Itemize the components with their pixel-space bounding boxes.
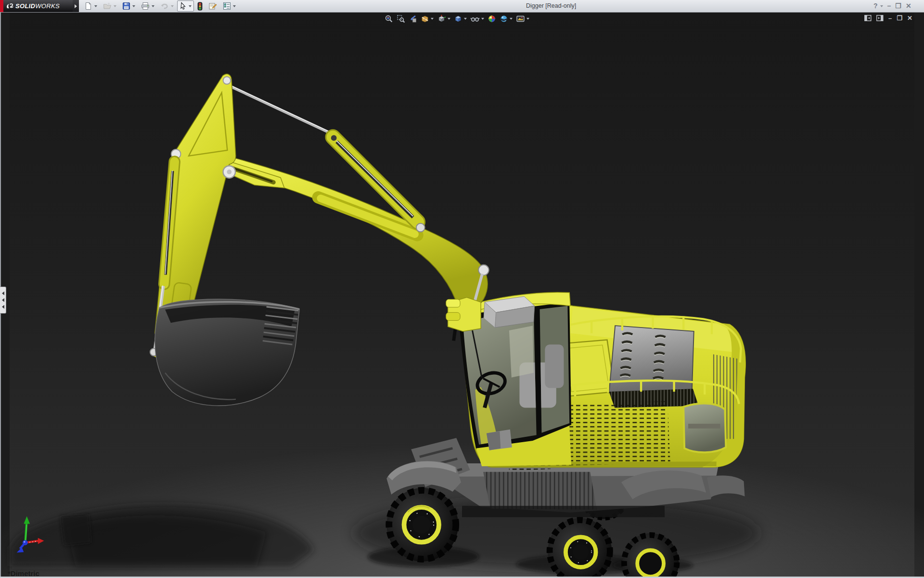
flyout-arrow-icon: [75, 4, 77, 8]
dropdown-caret[interactable]: [114, 5, 116, 7]
feature-panel-collapse-tab[interactable]: [0, 287, 6, 314]
undo-button[interactable]: [158, 0, 176, 12]
muffler: [484, 296, 535, 328]
display-style-button[interactable]: [454, 14, 467, 23]
new-document-button[interactable]: [82, 0, 100, 12]
solidworks-logo[interactable]: SOLIDWORKS: [3, 0, 73, 12]
document-window-controls: – ❐ ✕: [864, 14, 912, 22]
dropdown-caret[interactable]: [481, 18, 484, 20]
zoom-to-fit-button[interactable]: [385, 14, 393, 23]
brand-accent-strip: [0, 0, 3, 12]
close-button[interactable]: ✕: [906, 0, 911, 12]
dropdown-caret[interactable]: [233, 5, 236, 7]
dropdown-caret[interactable]: [171, 5, 174, 7]
main-toolbar: [82, 0, 239, 12]
pane-expand-right-icon[interactable]: [876, 15, 884, 21]
open-folder-icon: [103, 2, 112, 10]
hide-show-items-glasses-icon: [470, 14, 480, 23]
solidworks-logo-mark: [6, 2, 14, 10]
print-button[interactable]: [139, 0, 157, 12]
dropdown-caret[interactable]: [448, 18, 450, 20]
collapse-arrow-icon: [2, 305, 4, 309]
titlebar: SOLIDWORKS: [0, 0, 924, 13]
rebuild-traffic-light-icon: [197, 2, 203, 11]
previous-view-button[interactable]: [409, 14, 417, 23]
dropdown-caret[interactable]: [132, 5, 135, 7]
save-button[interactable]: [120, 0, 138, 12]
window-controls: ? – ❐ ✕: [873, 0, 911, 12]
scene-3d-model[interactable]: [0, 12, 924, 578]
view-orientation-button[interactable]: [437, 14, 450, 23]
help-dropdown-caret[interactable]: [880, 5, 883, 7]
hide-show-items-button[interactable]: [470, 14, 484, 23]
dipper-apex-pin: [223, 77, 231, 84]
section-view-icon: [421, 14, 429, 23]
solidworks-window: { "window": { "title": "Digger [Read-onl…: [0, 0, 924, 578]
front-left-wheel: [386, 488, 458, 562]
print-icon: [141, 2, 150, 10]
open-button[interactable]: [101, 0, 119, 12]
previous-view-icon: [409, 14, 417, 23]
zoom-to-area-icon: [397, 14, 405, 23]
minimize-button[interactable]: –: [887, 0, 891, 12]
rebuild-button[interactable]: [195, 0, 205, 12]
zoom-to-area-button[interactable]: [397, 14, 405, 23]
doc-restore-button[interactable]: ❐: [897, 14, 902, 22]
undo-icon: [160, 2, 169, 10]
collapse-arrow-icon: [2, 291, 4, 295]
apply-scene-icon: [500, 14, 508, 23]
view-settings-button[interactable]: [516, 14, 529, 23]
dropdown-caret[interactable]: [152, 5, 154, 7]
dropdown-caret[interactable]: [464, 18, 467, 20]
graphics-viewport[interactable]: – ❐ ✕ *Dimetric: [0, 12, 924, 578]
edit-appearance-beachball-icon: [488, 14, 496, 23]
heads-up-view-toolbar: [385, 14, 529, 23]
boom-bracket: [446, 297, 481, 331]
select-cursor-icon: [180, 2, 187, 10]
doc-minimize-button[interactable]: –: [888, 14, 892, 22]
new-document-icon: [84, 2, 92, 10]
file-properties-icon: [208, 2, 217, 10]
options-button[interactable]: [220, 0, 238, 12]
apply-scene-button[interactable]: [500, 14, 513, 23]
solidworks-wordmark: SOLIDWORKS: [15, 2, 60, 10]
collapse-arrow-icon: [2, 298, 4, 302]
view-settings-icon: [516, 14, 525, 23]
pane-expand-left-icon[interactable]: [864, 15, 872, 21]
boom-elbow-pin: [478, 265, 489, 276]
window-title: Digger [Read-only]: [526, 2, 576, 9]
save-floppy-icon: [122, 2, 130, 10]
section-view-button[interactable]: [421, 14, 434, 23]
edit-appearance-button[interactable]: [488, 14, 496, 23]
menu-flyout-arrow[interactable]: [73, 0, 79, 12]
view-orientation-icon: [437, 14, 446, 23]
dropdown-caret[interactable]: [510, 18, 513, 20]
dropdown-caret[interactable]: [94, 5, 97, 7]
file-properties-button[interactable]: [206, 0, 219, 12]
options-checklist-icon: [223, 2, 231, 10]
doc-close-button[interactable]: ✕: [907, 14, 912, 22]
dropdown-caret[interactable]: [431, 18, 434, 20]
dropdown-caret[interactable]: [189, 5, 192, 7]
restore-button[interactable]: ❐: [895, 0, 901, 12]
select-tool-button[interactable]: [177, 0, 194, 12]
zoom-to-fit-icon: [385, 14, 393, 23]
display-style-icon: [454, 14, 462, 23]
help-button[interactable]: ?: [873, 0, 878, 12]
dropdown-caret[interactable]: [526, 18, 529, 20]
